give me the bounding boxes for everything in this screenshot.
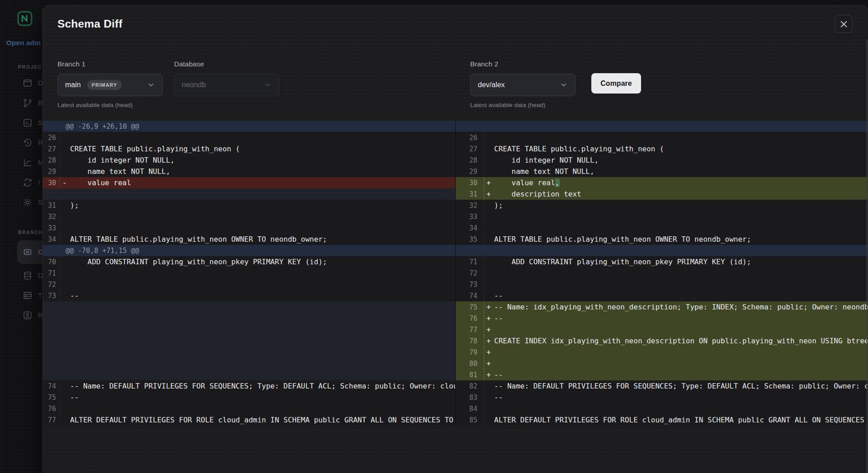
- diff-row: 85ALTER DEFAULT PRIVILEGES FOR ROLE clou…: [456, 414, 868, 426]
- line-number: 71: [43, 267, 60, 279]
- diff-row: 77+: [456, 324, 868, 335]
- code-text: -- Name: DEFAULT PRIVILEGES FOR SEQUENCE…: [70, 380, 455, 392]
- code-text: --: [494, 290, 868, 301]
- line-number: 35: [456, 234, 484, 245]
- line-number: 31: [456, 188, 484, 200]
- diff-row: 32: [43, 211, 455, 222]
- database-select[interactable]: neondb: [174, 74, 279, 96]
- line-number: 77: [456, 324, 484, 335]
- diff-marker: [484, 155, 494, 166]
- open-admin-link[interactable]: Open adm: [6, 39, 43, 47]
- diff-row: 29 name text NOT NULL,: [456, 166, 868, 177]
- hunk-header-text: @@ -26,9 +26,10 @@: [43, 121, 139, 132]
- diff-row: 79+: [456, 347, 868, 358]
- diff-row: 76+--: [456, 313, 868, 324]
- line-number: 32: [43, 211, 60, 222]
- roles-icon: [23, 310, 33, 320]
- sidebar-item[interactable]: D: [0, 266, 43, 286]
- close-button[interactable]: [835, 15, 853, 33]
- diff-row: [43, 313, 455, 324]
- compare-button[interactable]: Compare: [591, 73, 641, 94]
- sidebar-item[interactable]: R: [0, 305, 43, 325]
- sidebar-item[interactable]: C: [17, 240, 43, 264]
- diff-row: 33: [43, 222, 455, 234]
- diff-row: 71: [43, 267, 455, 279]
- diff-marker: [484, 143, 494, 155]
- diff-row: 75--: [43, 392, 455, 403]
- branch2-caption: Latest available data (head): [470, 102, 546, 108]
- code-text: [494, 403, 868, 414]
- diff-marker: [484, 222, 494, 234]
- branch1-select[interactable]: main PRIMARY: [57, 74, 163, 96]
- code-text: id integer NOT NULL,: [70, 155, 455, 166]
- diff-marker: [60, 200, 70, 211]
- diff-marker: [484, 290, 494, 301]
- database-label: Database: [174, 60, 204, 68]
- line-number: 27: [43, 143, 60, 155]
- sidebar-nav: PROJECTDBSRMISBRANCHCDTR: [0, 64, 43, 325]
- line-number: 72: [456, 267, 484, 279]
- code-text: CREATE INDEX idx_playing_with_neon_descr…: [494, 335, 868, 347]
- diff-pane-branch1: @@ -26,9 +26,10 @@2627CREATE TABLE publi…: [43, 121, 455, 426]
- code-text: [494, 267, 868, 279]
- sidebar-item[interactable]: B: [0, 93, 43, 113]
- sidebar-item[interactable]: S: [0, 192, 43, 212]
- diff-hunk-header: @@ -26,9 +26,10 @@: [43, 121, 455, 132]
- monitoring-icon: [23, 158, 33, 168]
- code-text: );: [494, 200, 868, 211]
- diff-row: 35ALTER TABLE public.playing_with_neon O…: [456, 234, 868, 245]
- neon-logo-icon[interactable]: [17, 11, 33, 26]
- line-number: 74: [456, 290, 484, 301]
- diff-row: 31+ description text: [456, 188, 868, 200]
- diff-view[interactable]: @@ -26,9 +26,10 @@2627CREATE TABLE publi…: [43, 121, 868, 426]
- diff-row: [43, 347, 455, 358]
- sidebar-item-label: I: [38, 178, 40, 187]
- diff-marker: [60, 132, 70, 143]
- branch2-select[interactable]: dev/alex: [470, 74, 576, 96]
- line-number: 75: [456, 301, 484, 313]
- sidebar-item[interactable]: T: [0, 286, 43, 305]
- code-text: -- Name: DEFAULT PRIVILEGES FOR SEQUENCE…: [494, 380, 868, 392]
- line-number: 82: [456, 380, 484, 392]
- diff-row: 84: [456, 403, 868, 414]
- code-text: [494, 222, 868, 234]
- sidebar-item[interactable]: I: [0, 173, 43, 192]
- sidebar-item-label: D: [38, 79, 43, 87]
- diff-marker: [484, 132, 494, 143]
- diff-row: 83--: [456, 392, 868, 403]
- line-number: 71: [456, 256, 484, 267]
- code-text: ALTER DEFAULT PRIVILEGES FOR ROLE cloud_…: [494, 414, 868, 426]
- diff-row: 78+CREATE INDEX idx_playing_with_neon_de…: [456, 335, 868, 347]
- branch2-label: Branch 2: [470, 60, 498, 68]
- diff-marker: [484, 234, 494, 245]
- diff-row: 82-- Name: DEFAULT PRIVILEGES FOR SEQUEN…: [456, 380, 868, 392]
- line-number: 28: [43, 155, 60, 166]
- sidebar-item[interactable]: D: [0, 73, 43, 93]
- line-number: 73: [43, 290, 60, 301]
- code-text: [70, 267, 455, 279]
- sidebar-item[interactable]: R: [0, 133, 43, 153]
- code-text: [494, 279, 868, 290]
- sidebar-item[interactable]: S: [0, 113, 43, 133]
- diff-marker: [60, 256, 70, 267]
- line-number: 26: [43, 132, 60, 143]
- line-number: 34: [43, 234, 60, 245]
- diff-marker: +: [484, 301, 494, 313]
- diff-row: 73--: [43, 290, 455, 301]
- diff-marker: [484, 256, 494, 267]
- line-number: 31: [43, 200, 60, 211]
- diff-row: 34ALTER TABLE public.playing_with_neon O…: [43, 234, 455, 245]
- sidebar-section-label: BRANCH: [18, 229, 43, 235]
- sidebar-section-label: PROJECT: [18, 64, 43, 70]
- line-number: 85: [456, 414, 484, 426]
- sidebar-item[interactable]: M: [0, 153, 43, 173]
- code-text: --: [70, 392, 455, 403]
- diff-row: 80+: [456, 358, 868, 369]
- chevron-down-icon: [147, 81, 155, 89]
- diff-marker: [60, 290, 70, 301]
- code-text: [70, 279, 455, 290]
- chevron-down-icon: [264, 81, 272, 89]
- diff-marker: [484, 166, 494, 177]
- code-text: CREATE TABLE public.playing_with_neon (: [494, 143, 868, 155]
- sidebar-item-label: C: [38, 248, 43, 256]
